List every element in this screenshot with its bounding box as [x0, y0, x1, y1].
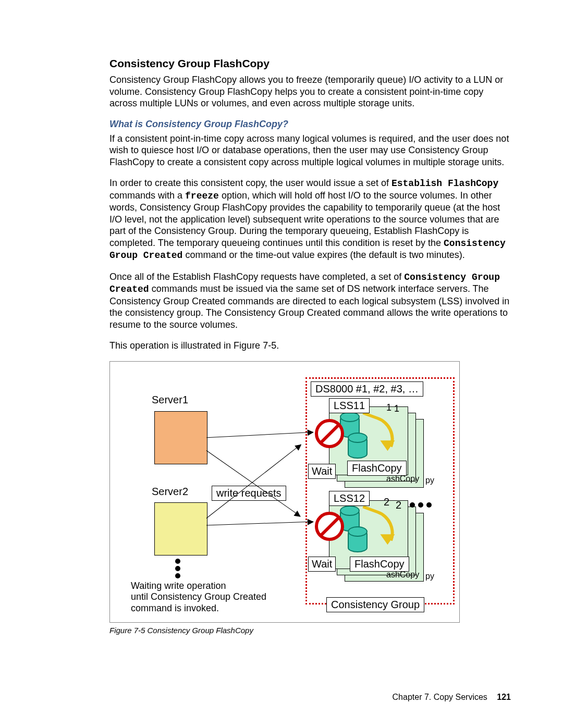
p3-text-b: commands must be issued via the same set… [109, 283, 509, 330]
page-footer: Chapter 7. Copy Services 121 [393, 693, 511, 702]
paragraph-3: Once all of the Establish FlashCopy requ… [109, 271, 511, 331]
intro-paragraph: Consistency Group FlashCopy allows you t… [109, 74, 511, 109]
p2-text-a: In order to create this consistent copy,… [109, 178, 391, 188]
p2-text-b: commands with a [109, 190, 185, 201]
p3-text-a: Once all of the Establish FlashCopy requ… [109, 272, 404, 282]
cmd-freeze: freeze [185, 191, 219, 201]
lss11-suffix-1a: 1 [386, 402, 391, 413]
paragraph-4: This operation is illustrated in Figure … [109, 340, 511, 352]
note-line-2: until Consistency Group Created [131, 591, 266, 602]
figure-7-5: Server1 Server2 write requests Waiting w… [109, 361, 460, 623]
label-flashcopy-1: FlashCopy [347, 461, 407, 476]
paragraph-2: In order to create this consistent copy,… [109, 177, 511, 262]
label-lss12: LSS12 [329, 491, 370, 506]
subheading: What is Consistency Group FlashCopy? [109, 119, 511, 130]
lss12-suffix-2a: 2 [384, 496, 389, 508]
lss12-suffix-2b: 2 [396, 499, 401, 511]
server2-box [154, 502, 207, 556]
figure-note: Waiting write operation until Consistenc… [131, 581, 266, 614]
label-server2: Server2 [152, 486, 188, 498]
no-entry-icon [315, 512, 344, 541]
label-consistency-group: Consistency Group [326, 597, 424, 612]
lss11-suffix-1b: 1 [394, 403, 399, 414]
label-wait-2: Wait [308, 557, 336, 572]
section-heading: Consistency Group FlashCopy [109, 57, 511, 70]
arrow-server1-to-lss11 [206, 431, 313, 438]
label-ds8000: DS8000 #1, #2, #3, … [311, 381, 423, 397]
cylinder-icon [348, 529, 368, 552]
figure-caption: Figure 7-5 Consistency Group FlashCopy [109, 626, 511, 635]
server1-box [154, 411, 207, 464]
footer-page-number: 121 [497, 693, 511, 701]
cmd-establish-flashcopy: Establish FlashCopy [391, 178, 498, 189]
label-flashcopy-2: FlashCopy [350, 557, 409, 572]
no-entry-icon [315, 419, 344, 448]
vertical-ellipsis-icon [175, 559, 180, 578]
horizontal-ellipsis-icon [410, 502, 432, 508]
note-line-3: command is invoked. [131, 603, 219, 613]
arrow-server2-to-lss12 [206, 521, 313, 525]
label-flashcopy-1c: py [425, 476, 434, 485]
label-lss11: LSS11 [329, 398, 370, 413]
paragraph-1: If a consistent point-in-time copy acros… [109, 133, 511, 168]
cylinder-icon [348, 436, 368, 459]
footer-chapter: Chapter 7. Copy Services [393, 693, 487, 701]
label-flashcopy-1b: ashCopy [386, 474, 419, 484]
label-server1: Server1 [152, 394, 188, 406]
label-flashcopy-2b: ashCopy [386, 570, 419, 579]
note-line-1: Waiting write operation [131, 581, 226, 591]
label-wait-1: Wait [308, 464, 336, 479]
label-flashcopy-2c: py [425, 572, 434, 581]
p2-text-d: command or the time-out value expires (t… [182, 250, 464, 260]
